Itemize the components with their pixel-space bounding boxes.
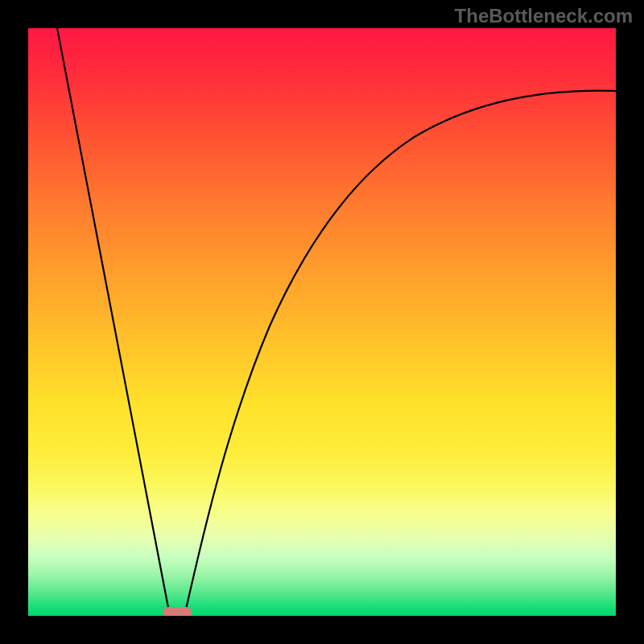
curve-right-branch	[185, 91, 616, 613]
watermark-text: TheBottleneck.com	[455, 5, 633, 27]
curve-svg	[28, 28, 616, 616]
curve-left-branch	[57, 28, 169, 612]
bottleneck-marker	[163, 607, 192, 616]
plot-area	[28, 28, 616, 616]
